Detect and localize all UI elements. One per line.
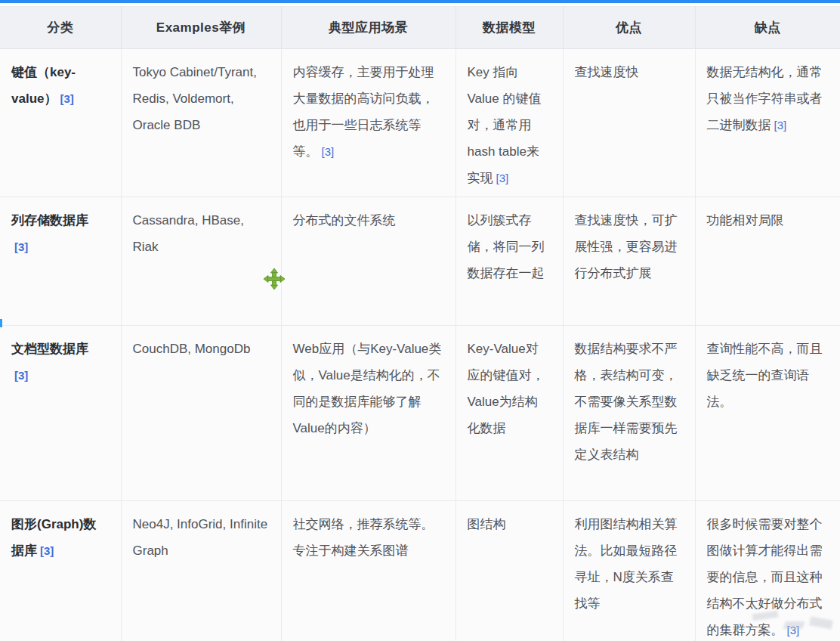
nosql-comparison-table-wrap: 分类 Examples举例 典型应用场景 数据模型 优点 缺点 键值（key-v… (0, 6, 840, 641)
citation-link[interactable]: [3] (774, 119, 787, 132)
cell-pros: 利用图结构相关算法。比如最短路径寻址，N度关系查找等 (563, 501, 695, 641)
column-header-cons: 缺点 (695, 7, 840, 49)
cell-use-cases: 分布式的文件系统 (281, 197, 456, 326)
citation-link[interactable]: [3] (60, 92, 73, 105)
cell-text: Key-Value对应的键值对，Value为结构化数据 (468, 342, 545, 435)
column-header-data-model: 数据模型 (456, 7, 563, 49)
table-row-document-db: 文档型数据库 [3] CouchDB, MongoDb Web应用（与Key-V… (0, 326, 840, 501)
cell-use-cases: Web应用（与Key-Value类似，Value是结构化的，不同的是数据库能够了… (281, 326, 456, 501)
cell-text: 图结构 (468, 517, 506, 531)
table-row-column-store: 列存储数据库 [3] Cassandra, HBase, Riak 分布式的文件… (0, 197, 840, 326)
cell-text: Neo4J, InfoGrid, Infinite Graph (133, 517, 268, 558)
cell-text: 数据结构要求不严格，表结构可变，不需要像关系型数据库一样需要预先定义表结构 (575, 342, 678, 462)
cell-text: 查询性能不高，而且缺乏统一的查询语法。 (707, 342, 823, 409)
cell-category: 列存储数据库 [3] (0, 197, 121, 326)
cell-cons: 很多时候需要对整个图做计算才能得出需要的信息，而且这种结构不太好做分布式的集群方… (695, 501, 840, 641)
column-header-examples: Examples举例 (121, 7, 281, 49)
cell-pros: 查找速度快，可扩展性强，更容易进行分布式扩展 (563, 197, 695, 326)
cell-examples: Cassandra, HBase, Riak (121, 197, 281, 326)
left-edge-marker (0, 319, 2, 327)
cell-text: Web应用（与Key-Value类似，Value是结构化的，不同的是数据库能够了… (293, 342, 442, 435)
cell-text: 分布式的文件系统 (293, 213, 396, 228)
cell-pros: 查找速度快 (563, 49, 695, 197)
cell-use-cases: 内容缓存，主要用于处理大量数据的高访问负载，也用于一些日志系统等等。[3] (281, 49, 456, 197)
cell-text: 文档型数据库 (11, 342, 88, 356)
cell-text: Key 指向 Value 的键值对，通常用 hash table来实现 (468, 65, 542, 185)
cell-examples: Neo4J, InfoGrid, Infinite Graph (121, 501, 281, 641)
cell-data-model: 以列簇式存储，将同一列数据存在一起 (456, 197, 563, 326)
column-header-pros: 优点 (563, 7, 695, 49)
move-cursor-icon (263, 268, 286, 290)
citation-link[interactable]: [3] (787, 624, 800, 636)
column-header-use-cases: 典型应用场景 (281, 7, 456, 49)
table-row-key-value: 键值（key-value）[3] Tokyo Cabinet/Tyrant, R… (0, 49, 840, 197)
browser-progress-bar (0, 0, 840, 3)
cell-text: 功能相对局限 (707, 213, 784, 228)
cell-category: 键值（key-value）[3] (0, 49, 121, 197)
cell-text: 图形(Graph)数据库 (11, 517, 96, 558)
cell-use-cases: 社交网络，推荐系统等。专注于构建关系图谱 (281, 501, 456, 641)
nosql-comparison-table: 分类 Examples举例 典型应用场景 数据模型 优点 缺点 键值（key-v… (0, 6, 840, 641)
cell-category: 文档型数据库 [3] (0, 326, 121, 501)
cell-text: 查找速度快 (575, 65, 639, 79)
citation-link[interactable]: [3] (322, 145, 335, 158)
cell-text: 以列簇式存储，将同一列数据存在一起 (468, 213, 545, 280)
cell-text: 利用图结构相关算法。比如最短路径寻址，N度关系查找等 (575, 517, 678, 611)
cell-data-model: Key 指向 Value 的键值对，通常用 hash table来实现[3] (456, 49, 563, 197)
cell-text: 很多时候需要对整个图做计算才能得出需要的信息，而且这种结构不太好做分布式的集群方… (707, 517, 823, 637)
citation-link[interactable]: [3] (496, 172, 509, 184)
table-row-graph-db: 图形(Graph)数据库[3] Neo4J, InfoGrid, Infinit… (0, 501, 840, 641)
citation-link[interactable]: [3] (14, 240, 28, 253)
cell-examples: Tokyo Cabinet/Tyrant, Redis, Voldemort, … (121, 49, 281, 197)
cell-text: CouchDB, MongoDb (133, 342, 251, 356)
cell-text: Tokyo Cabinet/Tyrant, Redis, Voldemort, … (133, 65, 257, 132)
citation-link[interactable]: [3] (14, 369, 28, 382)
column-header-category: 分类 (0, 7, 121, 49)
cell-text: 社交网络，推荐系统等。专注于构建关系图谱 (293, 517, 434, 558)
cell-category: 图形(Graph)数据库[3] (0, 501, 121, 641)
cell-pros: 数据结构要求不严格，表结构可变，不需要像关系型数据库一样需要预先定义表结构 (563, 326, 695, 501)
cell-text: 列存储数据库 (11, 213, 88, 228)
cell-text: 数据无结构化，通常只被当作字符串或者二进制数据 (707, 65, 823, 132)
citation-link[interactable]: [3] (40, 544, 54, 557)
cell-text: 查找速度快，可扩展性强，更容易进行分布式扩展 (575, 213, 678, 280)
cell-cons: 查询性能不高，而且缺乏统一的查询语法。 (695, 326, 840, 501)
cell-text: Cassandra, HBase, Riak (133, 213, 244, 254)
cell-examples: CouchDB, MongoDb (121, 326, 281, 501)
header-row: 分类 Examples举例 典型应用场景 数据模型 优点 缺点 (0, 7, 840, 49)
cell-data-model: Key-Value对应的键值对，Value为结构化数据 (456, 326, 563, 501)
cell-data-model: 图结构 (456, 501, 563, 641)
cell-cons: 功能相对局限 (695, 197, 840, 326)
cell-cons: 数据无结构化，通常只被当作字符串或者二进制数据[3] (695, 49, 840, 197)
cell-text: 内容缓存，主要用于处理大量数据的高访问负载，也用于一些日志系统等等。 (293, 65, 434, 159)
